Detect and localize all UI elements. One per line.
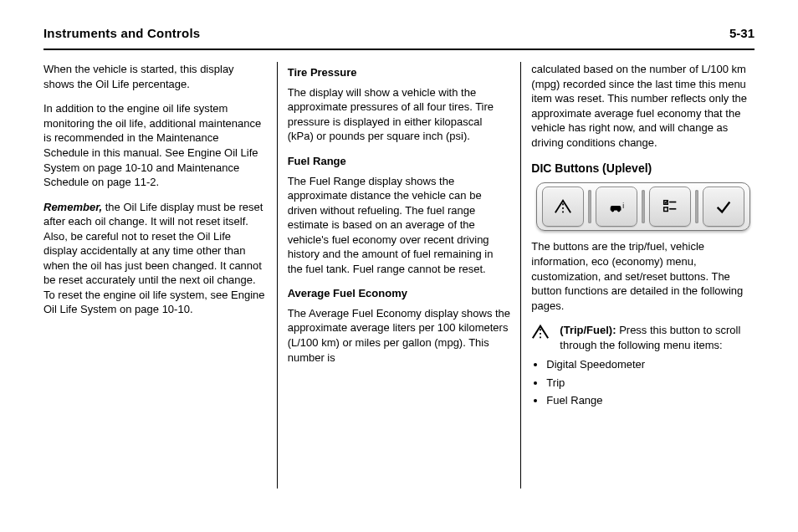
- trip-fuel-section: (Trip/Fuel): Press this button to scroll…: [531, 323, 755, 352]
- page-header: Instruments and Controls 5-31: [43, 25, 755, 49]
- header-rule: [43, 49, 755, 50]
- car-info-icon: i: [607, 197, 626, 216]
- heading-dic-buttons: DIC Buttons (Uplevel): [531, 161, 755, 176]
- list-item: Fuel Range: [546, 393, 755, 408]
- trip-fuel-button[interactable]: [542, 187, 584, 227]
- tire-pressure-text: The display will show a vehicle with the…: [288, 85, 511, 144]
- heading-fuel-range: Fuel Range: [288, 154, 511, 169]
- road-icon: [554, 197, 572, 216]
- page: Instruments and Controls 5-31 When the v…: [0, 0, 798, 532]
- svg-point-4: [617, 209, 621, 212]
- button-divider: [639, 187, 647, 227]
- dic-buttons-caption: The buttons are the trip/fuel, vehicle i…: [531, 239, 755, 313]
- heading-avg-fuel-econ: Average Fuel Economy: [288, 286, 511, 301]
- svg-text:i: i: [622, 202, 624, 210]
- avg-fuel-econ-text: The Average Fuel Economy display shows t…: [288, 306, 511, 365]
- set-reset-button[interactable]: [703, 187, 744, 227]
- oil-life-reset-text: the Oil Life display must be reset after…: [43, 201, 264, 316]
- road-icon-inline: [531, 323, 550, 341]
- oil-life-maint: In addition to the engine oil life syste…: [43, 101, 267, 189]
- columns: When the vehicle is started, this displa…: [43, 62, 755, 489]
- checklist-icon: [661, 197, 679, 216]
- trip-fuel-label: (Trip/Fuel):: [560, 324, 616, 336]
- page-number: 5-31: [729, 25, 755, 42]
- list-item: Digital Speedometer: [546, 357, 755, 372]
- svg-rect-8: [663, 207, 668, 212]
- oil-life-reset: Remember, the Oil Life display must be r…: [43, 200, 267, 317]
- check-icon: [714, 197, 733, 216]
- dic-button-cluster: i: [536, 182, 750, 231]
- column-3: calculated based on the number of L/100 …: [521, 62, 755, 489]
- button-divider: [586, 187, 594, 227]
- column-2: Tire Pressure The display will show a ve…: [278, 62, 522, 489]
- chapter-title: Instruments and Controls: [43, 25, 200, 42]
- fuel-range-text: The Fuel Range display shows the approxi…: [288, 174, 511, 277]
- svg-point-3: [611, 209, 614, 212]
- column-1: When the vehicle is started, this displa…: [43, 62, 278, 489]
- oil-life-intro: When the vehicle is started, this displa…: [43, 62, 267, 91]
- vehicle-info-button[interactable]: i: [596, 187, 637, 227]
- trip-fuel-menu-list: Digital Speedometer Trip Fuel Range: [531, 357, 755, 408]
- afe-continued: calculated based on the number of L/100 …: [531, 62, 755, 150]
- list-item: Trip: [546, 376, 755, 391]
- remember-label: Remember,: [43, 201, 102, 213]
- customization-button[interactable]: [649, 187, 691, 227]
- heading-tire-pressure: Tire Pressure: [288, 65, 511, 80]
- dic-button-illustration: i: [531, 182, 755, 231]
- button-divider: [693, 187, 701, 227]
